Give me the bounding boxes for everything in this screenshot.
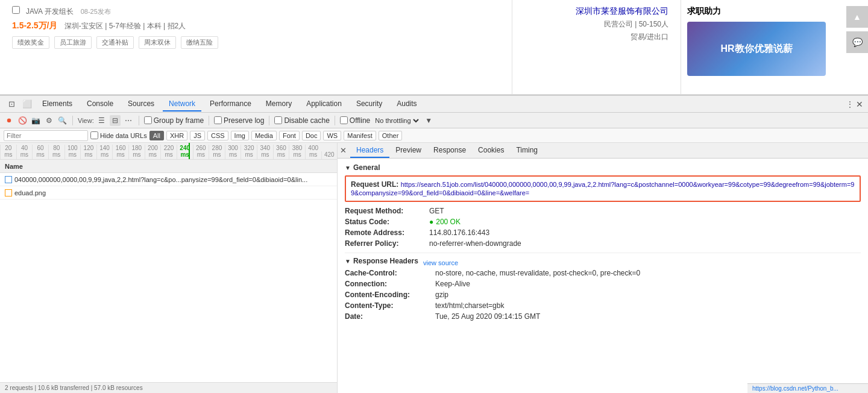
toolbar-sep2 <box>139 116 139 125</box>
close-devtools-btn[interactable]: ✕ <box>856 99 863 109</box>
device-toggle-btn[interactable]: ⬜ <box>20 98 34 111</box>
filter-img[interactable]: Img <box>231 131 249 140</box>
tab-security[interactable]: Security <box>350 97 388 112</box>
filter-doc[interactable]: Doc <box>302 131 321 140</box>
detail-tab-timing[interactable]: Timing <box>510 143 544 158</box>
tab-performance[interactable]: Performance <box>204 97 257 112</box>
tab-network[interactable]: Network <box>163 97 201 112</box>
devtools-panel: ⊡ ⬜ Elements Console Sources Network Per… <box>0 95 868 393</box>
group-by-frame-label[interactable]: Group by frame <box>144 116 204 125</box>
company-info: 深圳市莱登服饰有限公司 民营公司 | 50-150人 贸易/进出口 <box>512 0 681 94</box>
resp-header-0: Cache-Control: no-store, no-cache, must-… <box>345 269 861 277</box>
referrer-row: Referrer Policy: no-referrer-when-downgr… <box>345 239 861 248</box>
job-details: 深圳-宝安区 | 5-7年经验 | 本科 | 招2人 <box>64 22 186 30</box>
file-item-1[interactable]: eduad.png <box>0 186 337 200</box>
tick-80: 80 ms <box>48 145 64 159</box>
job-checkbox[interactable] <box>12 6 20 14</box>
method-value: GET <box>429 207 444 215</box>
status-key: Status Code: <box>345 218 429 226</box>
search-btn[interactable]: 🔍 <box>57 115 68 126</box>
file-item-0[interactable]: 040000,000000,0000,00,9,99,java,2,2.html… <box>0 173 337 186</box>
bottom-url-bar: https://blog.csdn.net/Python_b... <box>747 383 868 393</box>
file-icon-1 <box>5 189 12 196</box>
referrer-key: Referrer Policy: <box>345 239 429 248</box>
disable-cache-checkbox[interactable] <box>274 116 282 124</box>
view-list-btn[interactable]: ☰ <box>96 115 107 126</box>
filter-font[interactable]: Font <box>279 131 300 140</box>
hide-data-urls-label[interactable]: Hide data URLs <box>90 131 147 139</box>
job-title-text: JAVA 开发组长 <box>26 7 74 16</box>
tick-120: 120 ms <box>80 145 96 159</box>
disable-cache-label[interactable]: Disable cache <box>274 116 329 125</box>
bottom-url-text: https://blog.csdn.net/Python_b... <box>752 385 838 392</box>
tab-sources[interactable]: Sources <box>122 97 160 112</box>
detail-tab-bar: ✕ Headers Preview Response Cookies Timin… <box>338 143 868 159</box>
filter-media[interactable]: Media <box>251 131 277 140</box>
view-source-link[interactable]: view source <box>423 259 458 266</box>
detail-tab-cookies[interactable]: Cookies <box>472 143 510 158</box>
filter-input[interactable] <box>4 130 88 141</box>
file-name-0: 040000,000000,0000,00,9,99,java,2,2.html… <box>14 176 332 183</box>
tick-380: 380 ms <box>289 145 305 159</box>
filter-css[interactable]: CSS <box>207 131 228 140</box>
tag-weekend: 周末双休 <box>139 36 176 49</box>
filter-manifest[interactable]: Manifest <box>344 131 376 140</box>
view-label: View: <box>78 117 94 124</box>
scroll-up-btn[interactable]: ▲ <box>846 6 868 28</box>
filter-all[interactable]: All <box>149 131 164 140</box>
resp-val-2: gzip <box>435 291 448 299</box>
detail-panel: ✕ Headers Preview Response Cookies Timin… <box>338 143 868 393</box>
company-name[interactable]: 深圳市莱登服饰有限公司 <box>524 6 668 17</box>
group-by-frame-checkbox[interactable] <box>144 116 152 124</box>
capture-screenshots-btn[interactable]: 📷 <box>30 115 41 126</box>
detail-tab-headers[interactable]: Headers <box>350 143 389 158</box>
remote-value: 114.80.176.16:443 <box>429 228 489 237</box>
tab-memory[interactable]: Memory <box>260 97 298 112</box>
request-url-label: Request URL: <box>351 180 398 189</box>
detail-content: General Request URL: https://search.51jo… <box>338 159 868 393</box>
tick-340: 340 ms <box>257 145 273 159</box>
more-tabs-btn[interactable]: ⋮ <box>846 100 854 108</box>
file-icon-0 <box>5 176 12 183</box>
detail-tab-response[interactable]: Response <box>427 143 472 158</box>
tick-160: 160 ms <box>112 145 128 159</box>
tick-140: 140 ms <box>96 145 113 159</box>
sidebar-title: 求职助力 <box>687 6 862 17</box>
close-detail-btn[interactable]: ✕ <box>340 146 347 155</box>
hide-data-urls-checkbox[interactable] <box>90 131 98 139</box>
throttle-arrow-btn[interactable]: ▼ <box>423 115 434 126</box>
method-key: Request Method: <box>345 207 429 215</box>
offline-checkbox[interactable] <box>340 116 348 124</box>
job-salary-row: 1.5-2.5万/月 深圳-宝安区 | 5-7年经验 | 本科 | 招2人 <box>12 20 500 31</box>
detail-tab-preview[interactable]: Preview <box>389 143 427 158</box>
filter-ws[interactable]: WS <box>323 131 341 140</box>
response-headers-section: Response Headers view source Cache-Contr… <box>345 253 861 321</box>
tick-400: 400 ms <box>305 145 321 159</box>
timeline-green-marker <box>189 143 190 159</box>
view-filmstrip-btn[interactable]: ⋯ <box>123 115 134 126</box>
preserve-log-checkbox[interactable] <box>214 116 222 124</box>
file-name-1: eduad.png <box>14 189 332 196</box>
throttle-select[interactable]: No throttling <box>373 116 421 125</box>
offline-label[interactable]: Offline <box>340 116 370 125</box>
filter-other[interactable]: Other <box>379 131 403 140</box>
resp-header-1: Connection: Keep-Alive <box>345 280 861 288</box>
tab-elements[interactable]: Elements <box>36 97 78 112</box>
company-type-size: 民营公司 | 50-150人 <box>524 19 668 30</box>
clear-btn[interactable]: 🚫 <box>17 115 28 126</box>
preserve-log-label[interactable]: Preserve log <box>214 116 264 125</box>
filter-js[interactable]: JS <box>190 131 205 140</box>
filter-xhr[interactable]: XHR <box>166 131 187 140</box>
view-large-rows-btn[interactable]: ⊟ <box>110 115 121 126</box>
record-btn[interactable]: ⏺ <box>4 115 14 126</box>
tick-20: 20 ms <box>0 145 16 159</box>
tick-40: 40 ms <box>16 145 33 159</box>
tag-performance: 绩效奖金 <box>12 36 49 49</box>
tab-console[interactable]: Console <box>81 97 119 112</box>
resp-key-0: Cache-Control: <box>345 269 435 277</box>
tab-application[interactable]: Application <box>300 97 348 112</box>
inspect-element-btn[interactable]: ⊡ <box>5 98 18 111</box>
filter-btn[interactable]: ⚙ <box>43 115 54 126</box>
tab-audits[interactable]: Audits <box>391 97 423 112</box>
scroll-msg-btn[interactable]: 💬 <box>846 31 868 53</box>
